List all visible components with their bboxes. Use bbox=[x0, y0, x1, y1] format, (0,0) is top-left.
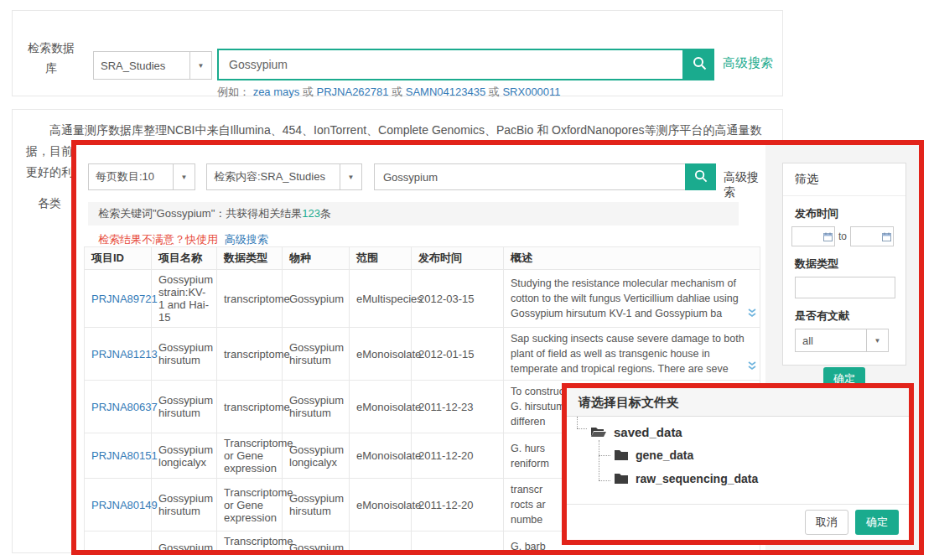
modal-advanced-search-link[interactable]: 高级搜索 bbox=[724, 170, 765, 200]
expand-chevron-icon[interactable] bbox=[748, 307, 756, 322]
datatype-label: 数据类型 bbox=[795, 257, 894, 272]
search-icon bbox=[693, 56, 707, 73]
modal-search-input[interactable] bbox=[374, 163, 686, 190]
folder-open-icon bbox=[590, 426, 607, 438]
project-id-link[interactable]: PRJNA89721 bbox=[91, 293, 158, 305]
search-icon bbox=[694, 169, 708, 185]
column-header: 范围 bbox=[350, 247, 412, 270]
filter-title: 筛选 bbox=[783, 163, 905, 196]
result-summary: 检索关键词"Gossypium"：共获得相关结果123条 bbox=[88, 202, 739, 226]
calendar-icon bbox=[823, 232, 833, 241]
folder-tree: saved_data gene_dataraw_sequencing_data bbox=[567, 417, 909, 502]
table-cell: 2012-03-15 bbox=[412, 270, 504, 328]
content-select-value: 检索内容:SRA_Studies bbox=[207, 169, 340, 184]
example-term[interactable]: SAMN04123435 bbox=[406, 86, 485, 98]
retry-warning-text: 检索结果不满意？快使用 bbox=[98, 233, 218, 246]
search-examples: 例如： zea mays 或 PRJNA262781 或 SAMN0412343… bbox=[217, 85, 561, 100]
table-cell: Transcriptome or Gene expression bbox=[217, 479, 283, 531]
retry-advanced-link[interactable]: 高级搜索 bbox=[225, 233, 268, 246]
example-prefix: 例如： bbox=[217, 86, 250, 98]
table-cell: 2011-12-20 bbox=[412, 433, 504, 479]
example-term[interactable]: SRX000011 bbox=[502, 86, 560, 98]
example-term[interactable]: PRJNA262781 bbox=[317, 86, 389, 98]
database-select[interactable]: SRA_Studies ▼ bbox=[93, 51, 212, 80]
datatype-input[interactable] bbox=[795, 277, 895, 298]
result-count: 123 bbox=[302, 207, 320, 220]
date-to-input[interactable] bbox=[850, 226, 894, 246]
project-id-link[interactable]: PRJNA80637 bbox=[91, 401, 158, 413]
db-label: 检索数据库 bbox=[23, 38, 80, 78]
table-cell: Transcriptome or Gene expression bbox=[217, 433, 283, 479]
column-header: 数据类型 bbox=[217, 247, 283, 270]
content-select[interactable]: 检索内容:SRA_Studies ▼ bbox=[206, 163, 362, 190]
table-cell: Gossypium hirsutum bbox=[283, 328, 350, 381]
table-row: PRJNA89721Gossypium strain:KV-1 and Hai-… bbox=[85, 270, 760, 328]
database-select-value: SRA_Studies bbox=[94, 60, 189, 72]
table-cell: eMonoisolate bbox=[350, 328, 412, 381]
chevron-down-icon: ▼ bbox=[173, 164, 195, 189]
search-input[interactable] bbox=[217, 49, 684, 80]
tree-item-gene-data[interactable]: gene_data bbox=[567, 443, 909, 467]
table-cell: eMonoisolate bbox=[350, 531, 412, 556]
chevron-down-icon: ▼ bbox=[866, 329, 888, 351]
cancel-button[interactable]: 取消 bbox=[805, 510, 848, 535]
folder-icon bbox=[614, 473, 629, 485]
table-cell: eMonoisolate bbox=[350, 381, 412, 433]
table-cell: 2011-12-20 bbox=[412, 531, 504, 556]
date-to-label: to bbox=[838, 231, 847, 242]
literature-label: 是否有文献 bbox=[795, 309, 894, 324]
modal-search-button[interactable] bbox=[685, 163, 716, 190]
table-cell: transcriptome bbox=[217, 328, 283, 381]
table-cell: Gossypium barbadense bbox=[152, 531, 217, 556]
tree-item-saved-data[interactable]: saved_data bbox=[567, 420, 909, 443]
column-header: 物种 bbox=[283, 247, 350, 270]
literature-select-value: all bbox=[796, 334, 866, 347]
tree-item-raw-sequencing-data[interactable]: raw_sequencing_data bbox=[567, 467, 909, 490]
table-cell: Gossypium hirsutum bbox=[152, 479, 217, 531]
table-cell: 2011-12-23 bbox=[412, 381, 504, 433]
example-term[interactable]: zea mays bbox=[253, 86, 300, 98]
project-id-link[interactable]: PRJNA81213 bbox=[91, 348, 158, 360]
column-header: 发布时间 bbox=[412, 247, 504, 270]
expand-chevron-icon[interactable] bbox=[748, 360, 756, 375]
literature-select[interactable]: all ▼ bbox=[795, 329, 889, 352]
folder-modal-footer: 取消 确定 bbox=[567, 504, 909, 540]
table-cell: eMultispecies bbox=[350, 270, 412, 328]
chevron-down-icon: ▼ bbox=[189, 52, 211, 79]
table-cell: 2011-12-20 bbox=[412, 479, 504, 531]
confirm-button[interactable]: 确定 bbox=[855, 510, 899, 535]
table-cell: 2012-01-15 bbox=[412, 328, 504, 381]
page-size-value: 每页数目:10 bbox=[89, 169, 173, 184]
overview-cell: Sap sucking insects cause severe damage … bbox=[504, 328, 760, 381]
table-cell: Gossypium bbox=[283, 270, 350, 328]
publish-date-label: 发布时间 bbox=[795, 206, 894, 221]
search-panel: 检索数据库 SRA_Studies ▼ 高级搜索 例如： zea mays 或 … bbox=[12, 10, 783, 96]
folder-icon bbox=[614, 449, 629, 461]
project-id-link[interactable]: PRJNA80151 bbox=[91, 449, 158, 462]
advanced-search-link[interactable]: 高级搜索 bbox=[723, 55, 773, 71]
filter-panel: 筛选 发布时间 to 数据类型 是否有文献 all ▼ 确定 bbox=[782, 163, 906, 366]
table-cell: Gossypium hirsutum bbox=[152, 328, 217, 381]
date-from-input[interactable] bbox=[791, 226, 835, 246]
table-row: PRJNA81213Gossypium hirsutumtranscriptom… bbox=[85, 328, 760, 381]
table-cell: Gossypium longicalyx bbox=[152, 433, 217, 479]
overview-cell: Studying the resistance molecular mechan… bbox=[504, 270, 760, 328]
page-size-select[interactable]: 每页数目:10 ▼ bbox=[88, 163, 195, 190]
tree-item-label: saved_data bbox=[614, 425, 682, 439]
folder-modal-title: 请选择目标文件夹 bbox=[567, 388, 909, 417]
search-button[interactable] bbox=[684, 49, 714, 80]
table-cell: transcriptome bbox=[217, 381, 283, 433]
example-or: 或 bbox=[303, 86, 314, 98]
tree-item-label: gene_data bbox=[636, 449, 693, 462]
retry-hint: 检索结果不满意？快使用 高级搜索 bbox=[98, 232, 268, 247]
example-or: 或 bbox=[489, 86, 500, 98]
column-header: 项目ID bbox=[85, 247, 152, 270]
project-id-link[interactable]: PRJNA80149 bbox=[91, 499, 158, 511]
table-cell: Gossypium strain:KV-1 and Hai-15 bbox=[152, 270, 217, 328]
table-cell: eMonoisolate bbox=[350, 433, 412, 479]
table-cell: Transcriptome or Gene expression bbox=[217, 531, 283, 556]
table-cell: transcriptome bbox=[217, 270, 283, 328]
column-header: 概述 bbox=[504, 247, 760, 270]
project-id-link[interactable]: PRJNA00145 bbox=[91, 547, 158, 555]
table-cell: Gossypium hirsutum bbox=[152, 381, 217, 433]
